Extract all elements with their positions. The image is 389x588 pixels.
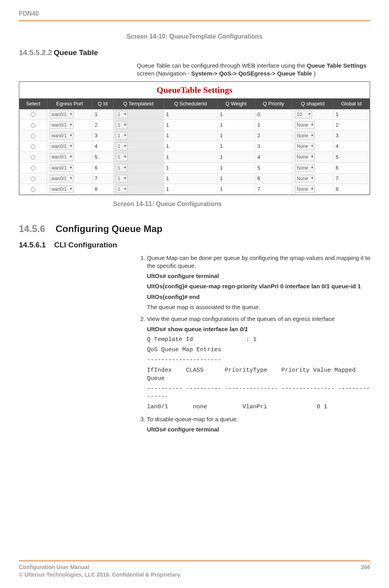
row-select-radio[interactable] [31,155,35,160]
table-row: wan0/141113None4 [20,141,370,152]
section-number: 14.5.5.2.2 [19,48,52,57]
step-note: The queue map is associated to the queue… [147,303,370,311]
weight-field[interactable]: 1 [220,122,223,128]
intro-text: ) [314,70,316,77]
template-dropdown[interactable]: 1 [116,185,128,193]
cli-output: QoS Queue Map Entries [147,346,370,354]
cli-output: IfIndex CLASS PriorityType Priority Valu… [147,367,370,383]
priority-field[interactable]: 0 [257,111,260,117]
qid-field[interactable]: 7 [95,175,97,181]
priority-field[interactable]: 1 [257,122,260,128]
qid-field[interactable]: 5 [95,154,97,160]
shapeid-dropdown[interactable]: None [295,153,315,161]
egress-port-dropdown[interactable]: wan0/1 [50,121,73,129]
egress-port-dropdown[interactable]: wan0/1 [50,164,73,172]
column-header: Global Id [333,99,370,109]
scheduler-field[interactable]: 1 [166,175,169,181]
row-select-radio[interactable] [31,166,35,170]
egress-port-dropdown[interactable]: wan0/1 [50,111,73,118]
row-select-radio[interactable] [31,187,35,192]
qid-field[interactable]: 3 [95,133,97,138]
scheduler-field[interactable]: 1 [166,143,169,149]
section-title: CLI Configuration [54,241,117,249]
template-dropdown[interactable]: 1 [116,153,128,161]
qid-field[interactable]: 6 [95,165,97,171]
row-select-radio[interactable] [31,123,35,128]
shapeid-dropdown[interactable]: None [295,175,315,182]
priority-field[interactable]: 6 [257,175,260,181]
row-select-radio[interactable] [31,112,35,117]
intro-bold-2: System-> QoS-> QoSEgress-> Queue Table [191,70,312,77]
globalid-field[interactable]: 8 [336,186,338,192]
cli-command-text: UltOs# show queue interface [147,326,229,332]
template-dropdown[interactable]: 1 [116,164,128,172]
globalid-field[interactable]: 4 [336,143,338,149]
list-item: Queue Map can be done per queue by confi… [147,254,370,312]
shapeid-dropdown[interactable]: None [295,121,315,129]
qid-field[interactable]: 8 [95,186,97,192]
section-number: 14.5.6.1 [19,241,46,249]
section-queue-table: 14.5.5.2.2 Queue Table [19,48,370,58]
shapeid-dropdown[interactable]: None [295,164,315,172]
weight-field[interactable]: 1 [220,165,223,171]
row-select-radio[interactable] [31,144,35,149]
qid-field[interactable]: 4 [95,143,97,149]
priority-field[interactable]: 7 [257,186,260,192]
shapeid-dropdown[interactable]: None [295,142,315,150]
scheduler-field[interactable]: 1 [166,111,169,117]
queue-table-settings-panel: QueueTable Settings SelectEgress PortQ I… [19,81,370,195]
weight-field[interactable]: 1 [220,143,223,149]
egress-port-dropdown[interactable]: wan0/1 [50,153,73,161]
template-dropdown[interactable]: 1 [116,142,128,150]
cli-command: UltOs(config)# end [147,293,370,301]
scheduler-field[interactable]: 1 [166,186,169,192]
globalid-field[interactable]: 7 [336,175,338,181]
egress-port-dropdown[interactable]: wan0/1 [50,185,73,193]
step-text: View the queue map configurations of the… [147,315,335,322]
step-text: To disable queue-map for a queue. [147,416,238,422]
weight-field[interactable]: 1 [220,186,223,192]
row-select-radio[interactable] [31,177,35,181]
template-dropdown[interactable]: 1 [116,121,128,129]
globalid-field[interactable]: 5 [336,154,338,160]
intro-bold-1: Queue Table Settings [307,62,367,69]
template-dropdown[interactable]: 1 [116,175,128,182]
priority-field[interactable]: 5 [257,165,260,171]
weight-field[interactable]: 1 [220,111,223,117]
priority-field[interactable]: 4 [257,154,260,160]
weight-field[interactable]: 1 [220,133,223,138]
qid-field[interactable]: 2 [95,122,97,128]
cli-output: Q Template Id : 1 [147,336,370,344]
row-select-radio[interactable] [31,134,35,138]
scheduler-field[interactable]: 1 [166,154,169,160]
cli-command-arg: lan 0/1 [229,326,248,332]
priority-field[interactable]: 3 [257,143,260,149]
template-dropdown[interactable]: 1 [116,111,128,118]
section-number: 14.5.6 [19,223,45,234]
globalid-field[interactable]: 2 [336,122,338,128]
globalid-field[interactable]: 1 [336,111,338,117]
queue-table: SelectEgress PortQ IdQ TemplateIdQ Sched… [19,98,370,195]
scheduler-field[interactable]: 1 [166,122,169,128]
shapeid-dropdown[interactable]: None [295,132,315,140]
weight-field[interactable]: 1 [220,175,223,181]
scheduler-field[interactable]: 1 [166,133,169,138]
egress-port-dropdown[interactable]: wan0/1 [50,175,73,182]
page-number: 266 [361,564,370,579]
table-row: wan0/121111None2 [20,120,370,130]
egress-port-dropdown[interactable]: wan0/1 [50,142,73,150]
cli-output: ---------- ---------- --------------- --… [147,385,370,401]
shapeid-dropdown[interactable]: 10 [295,111,312,118]
weight-field[interactable]: 1 [220,154,223,160]
globalid-field[interactable]: 6 [336,165,338,171]
egress-port-dropdown[interactable]: wan0/1 [50,132,73,140]
footer-copyright: © Ulterius Technologies, LLC 2016. Confi… [19,571,182,579]
globalid-field[interactable]: 3 [336,133,338,138]
shapeid-dropdown[interactable]: None [295,185,315,193]
priority-field[interactable]: 2 [257,133,260,138]
template-dropdown[interactable]: 1 [116,132,128,140]
column-header: Q Weight [217,99,255,109]
qid-field[interactable]: 1 [95,111,97,117]
scheduler-field[interactable]: 1 [166,165,169,171]
column-header: Egress Port [47,99,92,109]
